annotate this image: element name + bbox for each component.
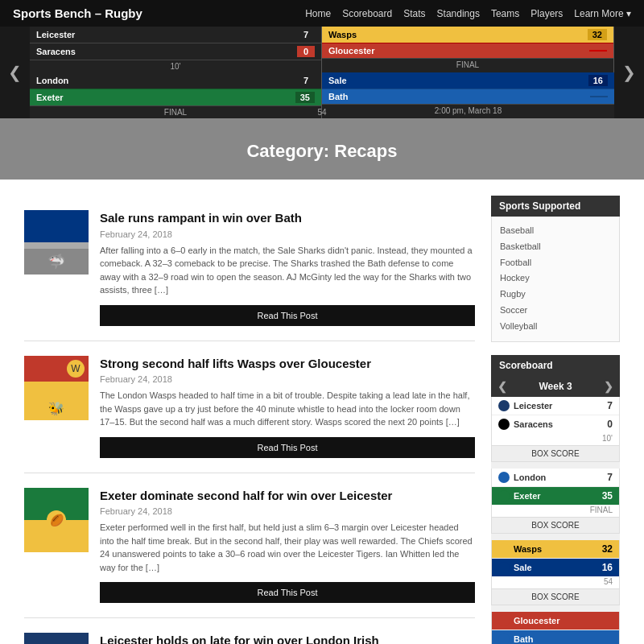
match-sep-3 (491, 605, 620, 612)
article-title-2: Strong second half lifts Wasps over Glou… (100, 356, 475, 372)
article-excerpt-1: After falling into a 6–0 early in the ma… (100, 244, 475, 297)
score-match-2: London 7 Exeter 35 FINAL BOX SCORE (491, 469, 620, 534)
ticker-team-exeter: Exeter 35 (30, 89, 321, 105)
score-team-london-sb: London 7 (492, 469, 619, 486)
sale-score-ticker: 16 (588, 75, 608, 86)
saracens-name-ticker: Saracens (36, 47, 297, 56)
nav-learn-more[interactable]: Learn More ▾ (574, 8, 631, 19)
sb-leicester-logo (498, 400, 510, 411)
read-post-button-3[interactable]: Read This Post (100, 582, 475, 603)
week-prev-arrow[interactable]: ❮ (497, 380, 507, 393)
sports-supported-widget: Sports Supported Baseball Basketball Foo… (491, 196, 620, 342)
sports-supported-title: Sports Supported (491, 196, 620, 217)
article-sale-bath: 🦈 Sale runs rampant in win over Bath Feb… (24, 196, 475, 341)
sport-baseball[interactable]: Baseball (500, 223, 611, 239)
article-date-1: February 24, 2018 (100, 229, 475, 239)
wasps-score-ticker: 32 (588, 29, 607, 40)
gloucester-score-ticker (589, 50, 607, 52)
article-title-3: Exeter dominate second half for win over… (100, 488, 475, 504)
box-score-btn-3[interactable]: BOX SCORE (492, 588, 619, 605)
match-sep-1 (491, 462, 620, 469)
article-title-1: Sale runs rampant in win over Bath (100, 210, 475, 226)
game2-footer: FINAL (322, 58, 613, 71)
site-title: Sports Bench – Rugby (13, 6, 142, 20)
read-post-button-2[interactable]: Read This Post (100, 437, 475, 458)
bath-score-ticker (590, 96, 608, 97)
thumb-image-leicester (24, 633, 89, 644)
category-title: Category: Recaps (0, 141, 644, 162)
sb-sale-logo (498, 562, 510, 573)
ticker-right-arrow[interactable]: ❯ (614, 27, 644, 118)
article-thumb-leicester (24, 633, 89, 644)
exeter-name-ticker: Exeter (36, 93, 295, 102)
nav-stats[interactable]: Stats (403, 8, 425, 19)
ticker-team-leicester: Leicester 7 (30, 27, 321, 43)
article-leicester-london: Leicester holds on late for win over Lon… (24, 618, 475, 644)
sb-exeter-name: Exeter (514, 491, 602, 501)
london-score-ticker: 7 (297, 75, 315, 86)
sb-gloucester-name: Gloucester (514, 616, 613, 625)
sb-gloucester-logo (498, 615, 510, 626)
leicester-score: 7 (297, 29, 315, 40)
article-content-1: Sale runs rampant in win over Bath Febru… (100, 210, 475, 326)
ticker-team-wasps: Wasps 32 (322, 27, 613, 43)
read-post-button-1[interactable]: Read This Post (100, 305, 475, 326)
match3-status: 54 (492, 576, 619, 588)
ticker-game-3: London 7 Exeter 35 FINAL (30, 72, 322, 118)
thumb-image-exeter: 🏉 (24, 488, 89, 552)
sb-sale-name: Sale (514, 563, 602, 572)
ticker-game-1: Leicester 7 Saracens 0 10' (30, 27, 322, 72)
ticker-games: Leicester 7 Saracens 0 10' Wasps 32 Glou… (30, 27, 614, 118)
score-match-4: Gloucester Bath 2:00 pm, March 18 (491, 612, 620, 644)
week-next-arrow[interactable]: ❯ (604, 380, 613, 393)
nav-scoreboard[interactable]: Scoreboard (342, 8, 392, 19)
game1-footer: 10' (30, 60, 321, 72)
ticker-bar: ❮ Leicester 7 Saracens 0 10' Wasps 32 (0, 27, 644, 118)
main-nav: Home Scoreboard Stats Standings Teams Pl… (305, 8, 631, 19)
article-exeter-leicester: 🏉 Exeter dominate second half for win ov… (24, 473, 475, 619)
score-match-1: Leicester 7 Saracens 0 10' BOX SCORE (491, 397, 620, 462)
score-team-leicester: Leicester 7 (492, 397, 619, 415)
score-team-exeter-sb: Exeter 35 (492, 486, 619, 505)
match2-status: FINAL (492, 505, 619, 517)
nav-home[interactable]: Home (305, 8, 331, 19)
sport-rugby[interactable]: Rugby (500, 287, 611, 303)
sport-volleyball[interactable]: Volleyball (500, 319, 611, 335)
scoreboard-widget: Scoreboard ❮ Week 3 ❯ Leicester 7 Sarace… (491, 355, 620, 644)
match1-status: 10' (492, 433, 619, 445)
sport-football[interactable]: Football (500, 255, 611, 271)
article-thumb-exeter: 🏉 (24, 488, 89, 552)
ticker-left-arrow[interactable]: ❮ (0, 27, 30, 118)
sb-saracens-name: Saracens (514, 419, 607, 429)
match-sep-2 (491, 534, 620, 540)
main-layout: 🦈 Sale runs rampant in win over Bath Feb… (0, 180, 644, 644)
article-excerpt-2: The London Wasps headed to half time in … (100, 389, 475, 429)
sb-wasps-logo (498, 543, 510, 555)
sports-list: Baseball Basketball Football Hockey Rugb… (500, 223, 611, 335)
article-title-4: Leicester holds on late for win over Lon… (100, 633, 475, 644)
score-team-saracens: Saracens 0 (492, 415, 619, 433)
sport-hockey[interactable]: Hockey (500, 270, 611, 287)
sb-leicester-score: 7 (607, 400, 613, 411)
box-score-btn-1[interactable]: BOX SCORE (492, 445, 619, 461)
article-date-3: February 24, 2018 (100, 506, 475, 516)
ticker-team-sale: Sale 16 (322, 72, 614, 89)
score-team-bath-sb: Bath (492, 630, 619, 644)
sb-saracens-score: 0 (607, 419, 613, 430)
sport-soccer[interactable]: Soccer (500, 303, 611, 319)
sale-name-ticker: Sale (328, 76, 588, 85)
week-nav: ❮ Week 3 ❯ (491, 376, 620, 397)
score-team-sale-sb: Sale 16 (492, 558, 619, 576)
sport-basketball[interactable]: Basketball (500, 239, 611, 255)
ticker-game-4: Sale 16 Bath 2:00 pm, March 18 (322, 72, 614, 118)
article-wasps-gloucester: 🐝 W Strong second half lifts Wasps over … (24, 341, 475, 473)
nav-players[interactable]: Players (530, 8, 563, 19)
london-name-ticker: London (36, 76, 297, 85)
box-score-btn-2[interactable]: BOX SCORE (492, 517, 619, 533)
ticker-team-london: Saracens 0 (30, 43, 321, 60)
sb-london-name: London (514, 473, 607, 482)
nav-standings[interactable]: Standings (437, 8, 480, 19)
articles-column: 🦈 Sale runs rampant in win over Bath Feb… (24, 196, 475, 644)
nav-teams[interactable]: Teams (491, 8, 519, 19)
gloucester-name-ticker: Gloucester (328, 46, 589, 56)
